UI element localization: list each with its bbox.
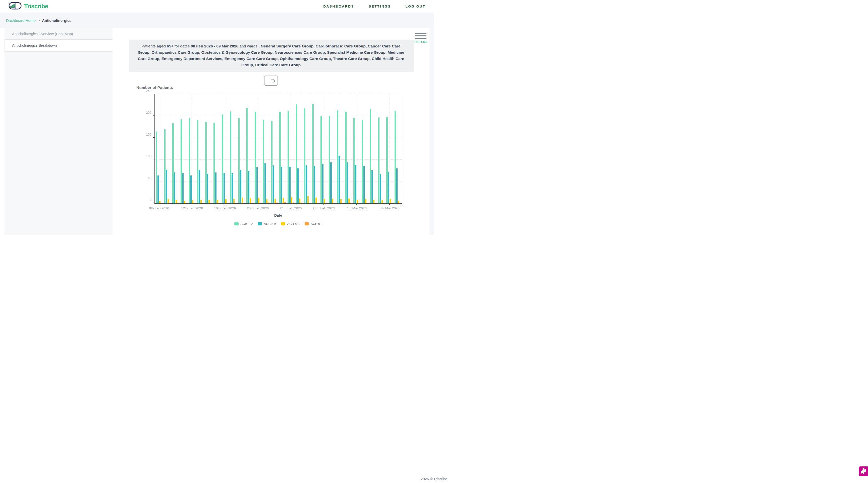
bar-acb-3-5[interactable] <box>388 172 390 203</box>
bar-acb-6-8[interactable] <box>209 200 210 203</box>
bar-acb-3-5[interactable] <box>157 175 159 203</box>
sidebar-item-breakdown[interactable]: Anticholinergics Breakdown <box>4 40 113 51</box>
bar-acb-9+[interactable] <box>301 202 302 203</box>
bar-acb-1-2[interactable] <box>296 104 298 203</box>
bar-acb-3-5[interactable] <box>371 170 373 203</box>
bar-acb-1-2[interactable] <box>255 112 256 203</box>
bar-acb-6-8[interactable] <box>233 199 235 203</box>
bar-acb-3-5[interactable] <box>248 171 250 203</box>
bar-acb-6-8[interactable] <box>184 201 185 203</box>
bar-acb-1-2[interactable] <box>378 118 380 203</box>
nav-link-settings[interactable]: SETTINGS <box>369 4 391 8</box>
bar-acb-3-5[interactable] <box>322 164 324 203</box>
bar-acb-6-8[interactable] <box>365 199 366 203</box>
bar-acb-6-8[interactable] <box>258 198 259 203</box>
bar-acb-1-2[interactable] <box>164 129 166 203</box>
bar-acb-3-5[interactable] <box>223 173 225 203</box>
bar-acb-3-5[interactable] <box>273 165 274 203</box>
bar-acb-1-2[interactable] <box>205 122 207 203</box>
bar-acb-1-2[interactable] <box>370 109 371 203</box>
breadcrumb-home-link[interactable]: Dashboard Home <box>6 18 36 23</box>
bar-acb-1-2[interactable] <box>395 111 396 203</box>
bar-acb-9+[interactable] <box>284 202 286 203</box>
bar-acb-1-2[interactable] <box>181 119 182 203</box>
legend-item[interactable]: ACB 6-8 <box>281 222 299 226</box>
bar-acb-1-2[interactable] <box>222 115 223 203</box>
bar-acb-6-8[interactable] <box>159 201 161 203</box>
bar-acb-6-8[interactable] <box>217 200 218 203</box>
bar-acb-9+[interactable] <box>268 202 269 203</box>
bar-acb-3-5[interactable] <box>265 163 266 203</box>
bar-acb-3-5[interactable] <box>182 173 184 203</box>
bar-acb-6-8[interactable] <box>381 200 383 203</box>
bar-acb-6-8[interactable] <box>299 199 301 203</box>
bar-acb-6-8[interactable] <box>340 199 342 203</box>
bar-acb-1-2[interactable] <box>263 120 265 203</box>
bar-acb-3-5[interactable] <box>396 168 398 203</box>
bar-acb-1-2[interactable] <box>189 118 190 203</box>
bar-acb-6-8[interactable] <box>324 199 325 203</box>
bar-acb-3-5[interactable] <box>174 172 176 203</box>
bar-acb-3-5[interactable] <box>190 175 192 203</box>
filters-button[interactable]: FILTERS <box>414 33 427 43</box>
bar-acb-6-8[interactable] <box>332 199 334 203</box>
bar-acb-3-5[interactable] <box>364 166 365 203</box>
bar-acb-3-5[interactable] <box>306 165 307 203</box>
bar-acb-3-5[interactable] <box>207 174 209 203</box>
bar-acb-3-5[interactable] <box>281 167 283 203</box>
bar-acb-3-5[interactable] <box>256 167 258 203</box>
bar-acb-6-8[interactable] <box>348 199 350 203</box>
bar-acb-3-5[interactable] <box>199 170 200 203</box>
bar-acb-6-8[interactable] <box>283 198 284 203</box>
bar-acb-1-2[interactable] <box>156 132 157 203</box>
bar-acb-3-5[interactable] <box>355 165 356 203</box>
bar-acb-3-5[interactable] <box>215 172 217 203</box>
bar-acb-6-8[interactable] <box>192 200 194 203</box>
bar-acb-1-2[interactable] <box>353 118 355 203</box>
nav-link-log-out[interactable]: LOG OUT <box>405 4 426 8</box>
bar-acb-3-5[interactable] <box>240 170 241 203</box>
bar-acb-6-8[interactable] <box>373 200 375 203</box>
bar-acb-1-2[interactable] <box>172 123 174 203</box>
legend-item[interactable]: ACB 1-2 <box>234 222 253 226</box>
bar-acb-1-2[interactable] <box>279 112 281 203</box>
bar-acb-1-2[interactable] <box>230 111 231 203</box>
bar-acb-1-2[interactable] <box>214 123 215 203</box>
bar-acb-9+[interactable] <box>350 203 352 203</box>
bar-acb-6-8[interactable] <box>398 201 399 203</box>
bar-acb-3-5[interactable] <box>339 156 340 203</box>
bar-acb-6-8[interactable] <box>250 198 251 203</box>
bar-acb-3-5[interactable] <box>314 166 315 203</box>
bar-acb-6-8[interactable] <box>200 200 202 203</box>
legend-item[interactable]: ACB 3-5 <box>258 222 276 226</box>
bar-acb-1-2[interactable] <box>362 120 363 203</box>
bar-acb-3-5[interactable] <box>289 167 291 203</box>
nav-link-dashboards[interactable]: DASHBOARDS <box>323 4 354 8</box>
bar-acb-3-5[interactable] <box>380 174 381 203</box>
bar-acb-6-8[interactable] <box>307 196 309 203</box>
bar-acb-3-5[interactable] <box>347 162 348 203</box>
bar-acb-6-8[interactable] <box>291 197 292 203</box>
bar-acb-6-8[interactable] <box>266 199 268 203</box>
bar-acb-1-2[interactable] <box>320 116 322 203</box>
bar-acb-9+[interactable] <box>276 202 278 203</box>
bar-acb-3-5[interactable] <box>330 162 332 203</box>
bar-acb-6-8[interactable] <box>225 199 226 203</box>
bar-acb-1-2[interactable] <box>312 104 314 203</box>
bar-acb-6-8[interactable] <box>275 199 276 203</box>
bar-acb-6-8[interactable] <box>390 199 391 203</box>
legend-item[interactable]: ACB 9+ <box>305 222 322 226</box>
sidebar-item-overview[interactable]: Anticholinergics Overview (Heat Map) <box>4 28 113 40</box>
bar-acb-6-8[interactable] <box>242 198 243 203</box>
bar-acb-1-2[interactable] <box>246 108 248 203</box>
bar-acb-3-5[interactable] <box>231 173 233 203</box>
bar-acb-1-2[interactable] <box>345 112 347 203</box>
bar-acb-6-8[interactable] <box>176 200 177 203</box>
bar-acb-3-5[interactable] <box>166 170 167 203</box>
bar-acb-1-2[interactable] <box>329 116 330 203</box>
bar-acb-1-2[interactable] <box>238 118 240 203</box>
triscribe-logo[interactable]: Triscribe <box>8 2 48 10</box>
bar-acb-1-2[interactable] <box>304 108 306 203</box>
bar-acb-1-2[interactable] <box>386 117 388 203</box>
bar-acb-6-8[interactable] <box>315 198 317 203</box>
